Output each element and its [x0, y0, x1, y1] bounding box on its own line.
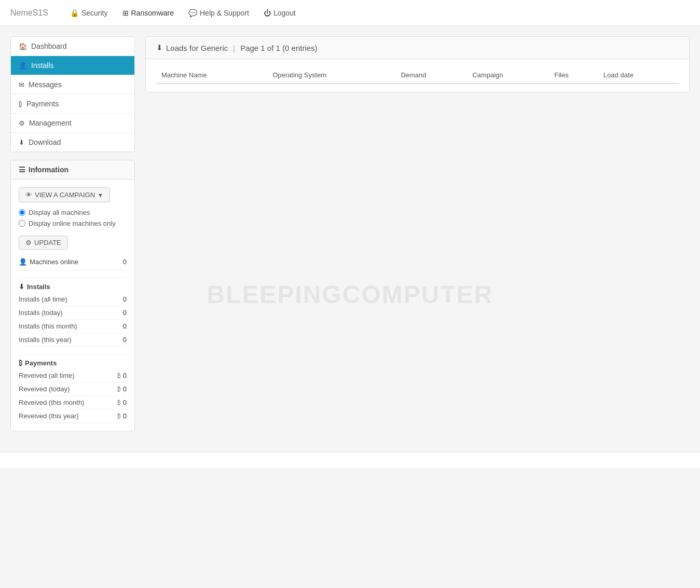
nav-item-logout[interactable]: ⏻ Logout	[257, 6, 302, 20]
stat-value: 0	[123, 322, 127, 330]
sidebar-item-download[interactable]: ⬇ Download	[11, 133, 134, 152]
nav-label-logout: Logout	[273, 9, 296, 17]
sidebar-label-installs: Installs	[31, 61, 54, 70]
radio-online-label: Display online machines only	[29, 220, 116, 227]
nav-label-help: Help & Support	[200, 9, 249, 17]
payment-label: Reveived (this month)	[19, 399, 84, 406]
payment-label: Reveived (this year)	[19, 412, 79, 420]
sidebar-item-dashboard[interactable]: 🏠 Dashboard	[11, 37, 134, 56]
separator: |	[233, 44, 235, 52]
navbar: NemeS1S 🔒 Security ⊞ Ransomware 💬 Help &…	[0, 0, 700, 26]
radio-all-input[interactable]	[19, 209, 25, 216]
payment-value: ₿ 0	[117, 385, 127, 393]
machines-online-row: 👤 Machines online 0	[19, 254, 127, 270]
radio-online-only[interactable]: Display online machines only	[19, 220, 127, 227]
machines-online-left: 👤 Machines online	[19, 258, 78, 266]
logout-icon: ⏻	[264, 9, 271, 17]
table-header-row: Machine Name Operating System Demand Cam…	[156, 67, 679, 84]
payment-value: ₿ 0	[117, 412, 127, 420]
info-icon: ☰	[19, 166, 25, 174]
sidebar-nav: 🏠 Dashboard 👤 Installs ✉ Messages ₿ Paym…	[10, 36, 135, 152]
sidebar-label-dashboard: Dashboard	[31, 42, 67, 50]
radio-all-label: Display all machines	[29, 209, 90, 216]
sidebar-item-messages[interactable]: ✉ Messages	[11, 75, 134, 94]
bitcoin-section-icon: ₿	[19, 359, 22, 367]
loads-table: Machine Name Operating System Demand Cam…	[156, 67, 679, 84]
dropdown-icon: ▼	[98, 192, 103, 198]
stat-label: Installs (this year)	[19, 336, 72, 344]
download-icon: ⬇	[19, 139, 24, 146]
sidebar-item-payments[interactable]: ₿ Payments	[11, 94, 134, 114]
dashboard-icon: 🏠	[19, 43, 27, 50]
stat-value: 0	[123, 309, 127, 317]
management-icon: ⚙	[19, 119, 25, 127]
info-panel: ☰ Information 👁 VIEW A CAMPAIGN ▼ Displa…	[10, 160, 135, 431]
stat-value: 0	[123, 295, 127, 303]
update-label: UPDATE	[34, 239, 61, 247]
stat-row-today: Installs (today) 0	[19, 306, 127, 320]
content-area: ⬇ Loads for Generic | Page 1 of 1 (0 ent…	[145, 36, 690, 431]
machines-online-label: Machines online	[30, 258, 78, 266]
nav-links: 🔒 Security ⊞ Ransomware 💬 Help & Support…	[64, 6, 302, 20]
brand-logo[interactable]: NemeS1S	[10, 8, 48, 18]
info-panel-header: ☰ Information	[11, 160, 134, 180]
stat-row-all-time: Installs (all time) 0	[19, 293, 127, 306]
col-files: Files	[549, 67, 598, 84]
bitcoin-icon: ₿	[117, 413, 121, 420]
messages-icon: ✉	[19, 81, 24, 89]
installs-section-label: Installs	[27, 283, 50, 291]
payments-section: ₿ Payments Reveived (all time) ₿ 0 Revei…	[19, 354, 127, 423]
info-panel-body: 👁 VIEW A CAMPAIGN ▼ Display all machines…	[11, 180, 134, 431]
nav-item-ransomware[interactable]: ⊞ Ransomware	[116, 6, 180, 20]
gear-icon: ⚙	[25, 239, 32, 247]
sidebar: 🏠 Dashboard 👤 Installs ✉ Messages ₿ Paym…	[10, 36, 135, 431]
sidebar-label-payments: Payments	[26, 100, 59, 108]
table-wrapper: Machine Name Operating System Demand Cam…	[146, 59, 689, 92]
payments-section-title: ₿ Payments	[19, 354, 127, 369]
nav-item-help[interactable]: 💬 Help & Support	[182, 6, 255, 20]
payment-row-all-time: Reveived (all time) ₿ 0	[19, 369, 127, 382]
installs-section: ⬇ Installs Installs (all time) 0 Install…	[19, 278, 127, 347]
payment-row-this-month: Reveived (this month) ₿ 0	[19, 396, 127, 409]
stat-label: Installs (today)	[19, 309, 63, 317]
pagination-info: Page 1 of 1 (0 entries)	[240, 44, 317, 52]
content-header: ⬇ Loads for Generic | Page 1 of 1 (0 ent…	[146, 37, 689, 59]
installs-section-title: ⬇ Installs	[19, 278, 127, 293]
help-icon: 💬	[188, 9, 197, 17]
payments-icon: ₿	[19, 100, 22, 108]
stat-row-this-month: Installs (this month) 0	[19, 320, 127, 333]
radio-online-input[interactable]	[19, 220, 25, 227]
stat-value: 0	[123, 336, 127, 344]
payment-label: Reveived (all time)	[19, 372, 75, 379]
nav-item-security[interactable]: 🔒 Security	[64, 6, 114, 20]
col-operating-system: Operating System	[267, 67, 395, 84]
bitcoin-icon: ₿	[117, 399, 121, 406]
stat-label: Installs (this month)	[19, 322, 77, 330]
installs-section-icon: ⬇	[19, 283, 24, 291]
payment-value: ₿ 0	[117, 372, 127, 379]
table-header: Machine Name Operating System Demand Cam…	[156, 67, 679, 84]
payments-section-label: Payments	[25, 359, 57, 367]
view-campaign-button[interactable]: 👁 VIEW A CAMPAIGN ▼	[19, 187, 110, 202]
nav-label-security: Security	[81, 9, 108, 17]
user-icon: 👤	[19, 258, 27, 266]
main-container: 🏠 Dashboard 👤 Installs ✉ Messages ₿ Paym…	[0, 26, 700, 442]
info-panel-title: Information	[29, 166, 68, 174]
footer	[0, 452, 700, 468]
eye-icon: 👁	[25, 191, 32, 199]
content-header-icon: ⬇	[156, 43, 163, 52]
sidebar-label-messages: Messages	[29, 80, 62, 89]
radio-all-machines[interactable]: Display all machines	[19, 209, 127, 216]
content-box: ⬇ Loads for Generic | Page 1 of 1 (0 ent…	[145, 36, 690, 92]
lock-icon: 🔒	[70, 9, 79, 17]
update-button[interactable]: ⚙ UPDATE	[19, 236, 68, 250]
col-demand: Demand	[395, 67, 467, 84]
payment-row-this-year: Reveived (this year) ₿ 0	[19, 409, 127, 423]
payment-value: ₿ 0	[117, 399, 127, 406]
machines-online-value: 0	[123, 258, 127, 266]
sidebar-item-management[interactable]: ⚙ Management	[11, 114, 134, 133]
col-load-date: Load date	[598, 67, 679, 84]
payment-label: Reveived (today)	[19, 385, 70, 393]
sidebar-item-installs[interactable]: 👤 Installs	[11, 56, 134, 75]
ransomware-icon: ⊞	[122, 9, 129, 17]
